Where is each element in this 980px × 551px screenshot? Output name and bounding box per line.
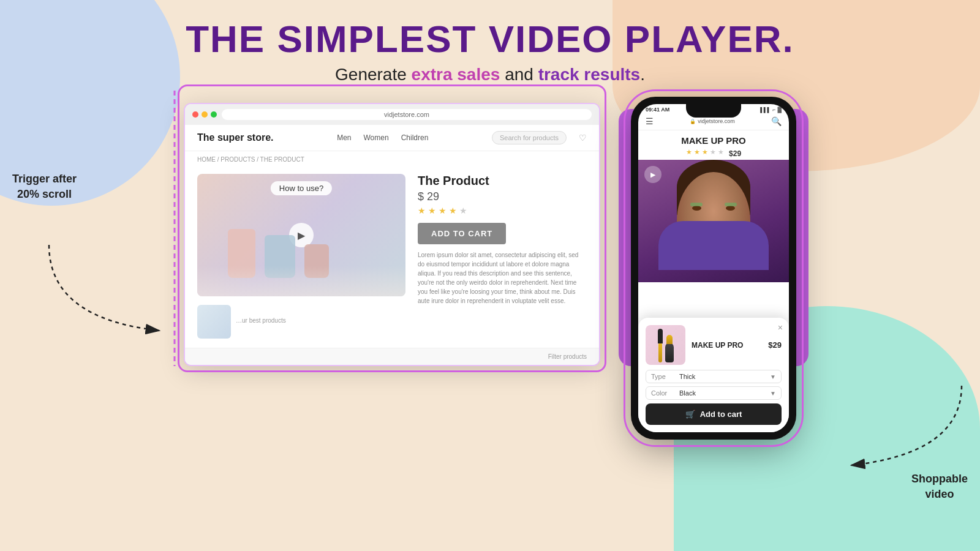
browser-bar: vidjetstore.com [185, 104, 599, 125]
video-label: How to use? [271, 181, 332, 195]
color-label: Color [651, 389, 677, 397]
popup-product-row: MAKE UP PRO $29 [646, 325, 782, 365]
arrow-right [833, 380, 968, 478]
product-area: How to use? ▶ …ur best products The Prod… [185, 168, 599, 348]
phone-inner: 09:41 AM ▌▌▌ ⌐ ▓ ☰ 🔒 vidjetstore.com 🔍 [638, 104, 789, 432]
wishlist-icon[interactable]: ♡ [579, 133, 587, 143]
phone-mockup-wrapper: 09:41 AM ▌▌▌ ⌐ ▓ ☰ 🔒 vidjetstore.com 🔍 [631, 97, 796, 440]
breadcrumb: HOME / PRODUCTS / THE PRODUCT [185, 151, 599, 168]
battery-icon: ▓ [777, 107, 782, 113]
phone-product-name: MAKE UP PRO [638, 130, 789, 147]
shoppable-popup: × [638, 318, 789, 432]
product-title: The Product [418, 174, 587, 188]
type-chevron-icon: ▼ [770, 373, 776, 380]
trigger-label: Trigger after 20% scroll [12, 171, 77, 202]
color-select-row[interactable]: Color Black ▼ [646, 386, 782, 400]
popup-product-price: $29 [768, 340, 782, 350]
page-title: THE SIMPLEST VIDEO PLAYER. [0, 18, 980, 60]
nav-men[interactable]: Men [337, 133, 351, 142]
popup-product-name-text: MAKE UP PRO [692, 341, 762, 350]
popup-close-button[interactable]: × [778, 323, 783, 332]
search-bar[interactable]: Search for products [492, 131, 567, 144]
color-value: Black [679, 389, 767, 397]
popup-add-to-cart-label: Add to cart [700, 410, 742, 419]
type-value: Thick [679, 373, 767, 380]
type-label: Type [651, 373, 677, 380]
store-nav: Men Women Children [285, 133, 480, 142]
browser-url: vidjetstore.com [222, 109, 592, 120]
nav-children[interactable]: Children [401, 133, 429, 142]
dot-yellow[interactable] [202, 111, 208, 118]
browser-mockup: vidjetstore.com The super store. Men Wom… [184, 103, 600, 366]
product-price: $ 29 [418, 190, 587, 203]
phone-outer: 09:41 AM ▌▌▌ ⌐ ▓ ☰ 🔒 vidjetstore.com 🔍 [631, 97, 796, 440]
popup-product-info: MAKE UP PRO [692, 341, 762, 350]
phone-time: 09:41 AM [646, 107, 669, 113]
lock-icon: 🔒 [690, 119, 696, 124]
store-header: The super store. Men Women Children Sear… [185, 125, 599, 151]
phone-product-name-text: MAKE UP PRO [681, 135, 746, 146]
product-stars: ★ ★ ★ ★ ★ [418, 206, 587, 216]
trigger-label-line2: 20% scroll [12, 187, 77, 202]
product-thumbnail[interactable] [197, 305, 231, 339]
popup-product-image [646, 325, 685, 365]
browser-mockup-wrapper: vidjetstore.com The super store. Men Wom… [184, 91, 600, 366]
type-select-row[interactable]: Type Thick ▼ [646, 370, 782, 383]
header: THE SIMPLEST VIDEO PLAYER. Generate extr… [0, 0, 980, 84]
add-to-cart-button[interactable]: ADD TO CART [418, 223, 506, 244]
store-logo: The super store. [197, 132, 273, 143]
product-video-area: How to use? ▶ …ur best products [197, 174, 405, 339]
color-chevron-icon: ▼ [770, 390, 776, 397]
dot-red[interactable] [192, 111, 198, 118]
signal-icon: ▌▌▌ [760, 107, 771, 113]
trigger-label-line1: Trigger after [12, 171, 77, 187]
product-info: The Product $ 29 ★ ★ ★ ★ ★ ADD TO CART L… [418, 174, 587, 339]
page-subtitle: Generate extra sales and track results. [0, 65, 980, 84]
phone-play-button[interactable]: ▶ [644, 166, 662, 183]
best-products-label: …ur best products [236, 317, 286, 324]
wifi-icon: ⌐ [772, 107, 775, 113]
product-video-thumb: How to use? ▶ [197, 174, 405, 296]
hamburger-icon[interactable]: ☰ [646, 116, 654, 126]
person-body [658, 221, 769, 270]
nav-women[interactable]: Women [363, 133, 388, 142]
phone-site-url: vidjetstore.com [698, 118, 735, 124]
browser-dots [192, 111, 217, 118]
cart-icon: 🛒 [685, 410, 695, 419]
filter-row: Filter products [185, 348, 599, 365]
popup-add-to-cart-button[interactable]: 🛒 Add to cart [646, 403, 782, 425]
phone-search-icon[interactable]: 🔍 [771, 116, 782, 126]
dot-green[interactable] [211, 111, 217, 118]
phone-notch [686, 104, 741, 118]
filter-label[interactable]: Filter products [548, 353, 587, 360]
product-description: Lorem ipsum dolor sit amet, consectetur … [418, 250, 587, 305]
shoppable-line2: video [911, 487, 968, 502]
phone-video-area: ▶ [638, 160, 789, 282]
phone-product-price: $29 [729, 149, 741, 158]
arrow-left [37, 239, 184, 349]
phone-stars: ★ ★ ★ ★ ★ [686, 148, 724, 156]
phone-video-person [638, 160, 789, 282]
